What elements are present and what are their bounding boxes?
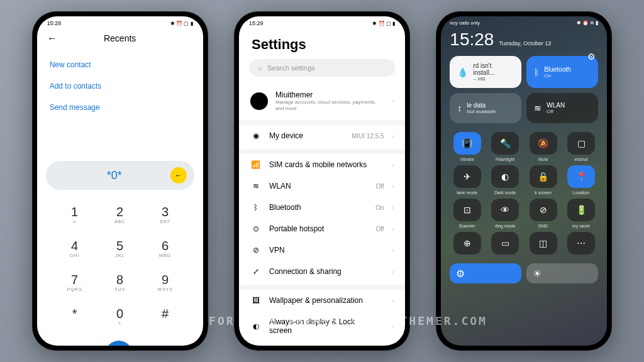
settings-item[interactable]: ⊙ Portable hotspot Off › xyxy=(239,218,405,239)
quick-tile-small[interactable]: ✈ lane mode xyxy=(450,165,484,195)
brightness-icon: ☀ xyxy=(533,268,541,280)
search-placeholder: Search settings xyxy=(267,64,315,72)
keypad-key[interactable]: # xyxy=(143,299,188,333)
tile-label: Location xyxy=(573,190,589,195)
quick-tile-large[interactable]: 💧 rd isn't install... -- MB xyxy=(450,56,521,88)
quick-tile-small[interactable]: ◫ xyxy=(526,232,560,257)
tile-button[interactable]: 🔦 xyxy=(491,132,519,155)
tile-button[interactable]: ⊡ xyxy=(453,199,481,221)
link-item[interactable]: Send message xyxy=(50,97,191,118)
keypad-key[interactable]: 8TUV xyxy=(97,265,143,299)
tile-label: Flashlight xyxy=(496,157,514,162)
tile-button[interactable]: ◐ xyxy=(491,165,519,188)
chevron-right-icon: › xyxy=(392,204,394,211)
status-icons: ✱ ⏰ ▢ ▮ xyxy=(170,21,193,26)
chevron-right-icon: › xyxy=(392,226,394,233)
tile-button[interactable]: ▢ xyxy=(567,132,595,155)
settings-item[interactable]: ◐ Always-on display & Lock screen › xyxy=(239,311,405,341)
quick-tile-large[interactable]: ≋ WLAN Off xyxy=(526,93,598,123)
keypad-key[interactable]: 7PQRS xyxy=(52,265,97,299)
settings-icon[interactable]: ⚙ xyxy=(587,52,596,62)
gear-icon: ⚙ xyxy=(456,268,465,280)
quick-tile-large[interactable]: ↕ le data Not available xyxy=(450,93,521,123)
tile-label: ery saver xyxy=(572,224,591,228)
status-time: 15:29 xyxy=(249,20,264,26)
keypad-key[interactable]: 2ABC xyxy=(97,197,143,231)
keypad-key[interactable]: 3DEF xyxy=(143,197,188,231)
tile-button[interactable]: ⊕ xyxy=(453,232,481,255)
chevron-right-icon: › xyxy=(392,162,394,168)
tile-button[interactable]: 🔕 xyxy=(530,132,557,155)
search-icon: ⌕ xyxy=(258,64,262,72)
settings-item[interactable]: ᛒ Bluetooth On › xyxy=(239,197,405,218)
tile-button[interactable]: ⋯ xyxy=(567,232,595,255)
keypad-key[interactable]: 9WXYZ xyxy=(143,265,188,299)
dial-input[interactable]: *0* ← xyxy=(46,161,194,190)
tile-button[interactable]: ✈ xyxy=(453,165,481,188)
quick-tile-small[interactable]: 🔒 k screen xyxy=(526,165,560,195)
quick-tile-small[interactable]: 📍 Location xyxy=(564,165,599,195)
chevron-right-icon: › xyxy=(392,97,394,104)
brightness-slider[interactable]: ☀ xyxy=(526,263,598,283)
link-item[interactable]: Add to contacts xyxy=(50,75,191,97)
settings-item[interactable]: 🖼 Wallpaper & personalization › xyxy=(239,290,405,311)
backspace-button[interactable]: ← xyxy=(170,167,187,184)
account-item[interactable]: Miuithemer Manage accounts, cloud servic… xyxy=(239,84,405,125)
search-input[interactable]: ⌕ Search settings xyxy=(249,59,395,77)
item-icon: ⤢ xyxy=(250,267,262,276)
quick-tile-small[interactable]: ⊕ xyxy=(450,232,484,257)
chevron-right-icon: › xyxy=(392,297,394,304)
tile-button[interactable]: 🔒 xyxy=(530,165,557,188)
settings-item[interactable]: ◉ My device MIUI 12.5.5 › xyxy=(239,125,405,154)
tile-sub: Off xyxy=(547,109,565,114)
tile-button[interactable]: 📳 xyxy=(453,132,481,155)
quick-tile-small[interactable]: 🔦 Flashlight xyxy=(488,132,523,162)
tile-sub: Not available xyxy=(467,109,496,114)
settings-item[interactable]: ≋ WLAN Off › xyxy=(239,175,405,197)
tile-button[interactable]: ▭ xyxy=(491,232,519,255)
tile-button[interactable]: 📍 xyxy=(567,165,595,188)
keypad-key[interactable]: 4GHI xyxy=(52,231,97,265)
settings-item[interactable]: 📶 SIM cards & mobile networks › xyxy=(239,154,405,175)
settings-item[interactable]: ⤢ Connection & sharing › xyxy=(239,261,405,290)
item-label: VPN xyxy=(269,246,377,255)
quick-tile-small[interactable]: ▢ enshot xyxy=(564,132,599,162)
tile-button[interactable]: 👁 xyxy=(491,199,519,221)
dial-text: *0* xyxy=(58,169,170,182)
item-label: Connection & sharing xyxy=(269,267,377,276)
quick-tile-small[interactable]: ◐ Dark mode xyxy=(488,165,523,195)
quick-tile-small[interactable]: 🔋 ery saver xyxy=(564,199,599,228)
tile-button[interactable]: ⊘ xyxy=(530,199,557,221)
tile-title: WLAN xyxy=(547,102,565,109)
keypad-key[interactable]: 0+ xyxy=(97,299,143,333)
status-icons: ✱ ⏰ ▢ ▮ xyxy=(372,21,395,26)
status-time: 15:28 xyxy=(47,20,62,26)
keypad-key[interactable]: 1∞ xyxy=(52,197,97,231)
quick-tile-small[interactable]: 📳 Vibrate xyxy=(450,132,484,162)
quick-tile-small[interactable]: 👁 ding mode xyxy=(488,199,523,228)
phone-control-center: ncy calls only ✱ ⏰ ≋ ▮ 15:28 Tuesday, Oc… xyxy=(436,11,612,351)
quick-tile-small[interactable]: ⊡ Scanner xyxy=(450,199,484,228)
status-bar: ncy calls only ✱ ⏰ ≋ ▮ xyxy=(441,16,607,27)
quick-tile-small[interactable]: ⊘ DND xyxy=(526,199,560,228)
tile-button[interactable]: ◫ xyxy=(530,232,557,255)
quick-tile-small[interactable]: ⋯ xyxy=(564,232,599,257)
item-icon: 🖼 xyxy=(250,296,262,305)
status-icons: ✱ ⏰ ≋ ▮ xyxy=(577,20,599,26)
call-button[interactable] xyxy=(105,341,133,346)
tile-label: Dark mode xyxy=(494,190,516,195)
quick-tile-small[interactable]: ▭ xyxy=(488,232,523,257)
keypad-key[interactable]: 6MNO xyxy=(143,231,188,265)
page-title: Recents xyxy=(47,33,193,43)
item-icon: ⊙ xyxy=(250,224,262,233)
link-item[interactable]: New contact xyxy=(50,54,191,75)
quick-tile-small[interactable]: 🔕 Mute xyxy=(526,132,560,162)
settings-item[interactable]: ⊘ VPN › xyxy=(239,239,405,261)
keypad-key[interactable]: 5JKL xyxy=(97,231,143,265)
tile-label: k screen xyxy=(535,190,551,195)
auto-brightness-slider[interactable]: ⚙ xyxy=(450,263,521,283)
keypad-key[interactable]: * xyxy=(52,299,97,333)
tile-icon: ≋ xyxy=(534,103,541,113)
item-label: WLAN xyxy=(269,182,369,190)
tile-button[interactable]: 🔋 xyxy=(567,199,595,221)
